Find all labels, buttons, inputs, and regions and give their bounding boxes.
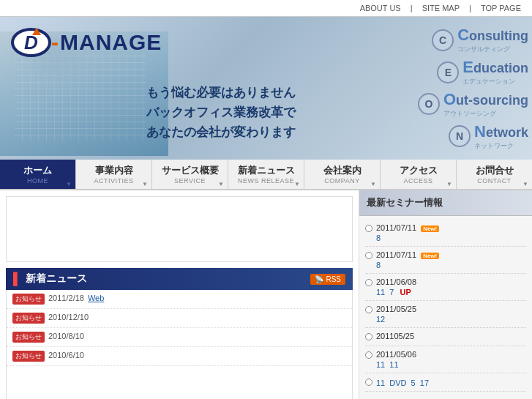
tagline-line1: もう悩む必要はありません: [146, 83, 296, 102]
logo-text: MANAGE: [60, 30, 162, 55]
seminar-date: 201105/25: [376, 332, 526, 340]
news-date: 2010/12/10: [48, 313, 89, 321]
news-badge: お知らせ: [12, 313, 45, 324]
education-sub: エデュケーション: [462, 77, 528, 86]
seminar-date: 2011/07/11 New!: [376, 250, 526, 259]
news-item: お知らせ 2010/6/10: [7, 347, 352, 366]
nav-access-jp: アクセス: [400, 164, 438, 177]
rss-badge[interactable]: 📡 RSS: [310, 274, 345, 285]
news-badge: お知らせ: [12, 351, 45, 362]
seminar-radio: [365, 252, 372, 259]
services-panel: C Consulting コンサルティング E Education エデュケーシ…: [371, 17, 532, 160]
seminar-links: 12: [376, 315, 526, 324]
nav-access-arrow: ▼: [446, 181, 452, 187]
seminar-link[interactable]: 11: [389, 360, 398, 369]
tagline-line2: バックオフィス業務改革で: [146, 102, 296, 122]
banner-box: [6, 196, 353, 262]
nav-home-arrow: ▼: [66, 181, 72, 187]
main-navigation: ホーム HOME ▼ 事業内容 ACTIVITIES ▼ サービス概要 SERV…: [0, 160, 532, 190]
nav-service-jp: サービス概要: [162, 164, 219, 177]
nav-contact[interactable]: お問合せ CONTACT ▼: [457, 160, 532, 189]
nav-activities[interactable]: 事業内容 ACTIVITIES ▼: [76, 160, 152, 189]
consulting-circle: C: [432, 29, 454, 51]
nav-service[interactable]: サービス概要 SERVICE ▼: [152, 160, 228, 189]
news-item: お知らせ 2011/2/18 Web: [7, 290, 352, 309]
seminar-info: 11 DVD 5 17: [376, 377, 526, 387]
seminar-header: 最新セミナー情報: [359, 190, 532, 216]
nav-company-arrow: ▼: [370, 181, 376, 187]
nav-company[interactable]: 会社案内 COMPANY ▼: [304, 160, 381, 189]
nav-activities-en: ACTIVITIES: [94, 177, 133, 184]
separator-1: |: [411, 4, 413, 12]
seminar-links: 8: [376, 261, 526, 269]
nav-contact-en: CONTACT: [477, 177, 511, 184]
top-page-link[interactable]: TOP PAGE: [481, 4, 521, 12]
nav-activities-arrow: ▼: [142, 181, 148, 187]
separator-2: |: [469, 4, 471, 12]
education-circle: E: [437, 61, 459, 83]
news-section: 新着ニュース 📡 RSS お知らせ 2011/2/18 Web お知らせ 201…: [6, 268, 353, 399]
seminar-title: 最新セミナー情報: [367, 197, 443, 208]
news-item: お知らせ 2010/12/10: [7, 309, 352, 328]
seminar-radio: [365, 306, 372, 313]
about-us-link[interactable]: ABOUT US: [360, 4, 401, 12]
nav-news-jp: 新着ニュース: [238, 164, 295, 177]
network-sub: ネットワーク: [474, 141, 528, 151]
news-item: お知らせ 2010/8/10: [7, 328, 352, 347]
seminar-link[interactable]: 8: [376, 261, 381, 269]
news-badge: お知らせ: [12, 332, 45, 343]
seminar-item: 2011/07/11 New! 8: [365, 247, 526, 274]
service-outsourcing: O Out-sourcing アウトソーシング: [375, 90, 528, 119]
seminar-radio: [365, 379, 372, 386]
right-column: 最新セミナー情報 2011/07/11 New! 8 2011/07/11 Ne…: [359, 190, 532, 399]
seminar-link[interactable]: DVD: [389, 379, 406, 387]
news-list[interactable]: お知らせ 2011/2/18 Web お知らせ 2010/12/10 お知らせ …: [6, 290, 353, 399]
seminar-info: 2011/07/11 New! 8: [376, 250, 526, 269]
seminar-item: 2011/05/25 12: [365, 301, 526, 328]
seminar-links: 11 7 UP: [376, 288, 526, 297]
service-education: E Education エデュケーション: [375, 58, 528, 86]
seminar-link[interactable]: 11: [376, 360, 385, 369]
content-area: 新着ニュース 📡 RSS お知らせ 2011/2/18 Web お知らせ 201…: [0, 190, 532, 399]
new-badge: New!: [421, 253, 439, 259]
seminar-info: 201105/25: [376, 332, 526, 342]
news-date: 2011/2/18: [48, 294, 84, 302]
logo-oval: D: [11, 28, 51, 57]
nav-home[interactable]: ホーム HOME ▼: [0, 160, 76, 189]
seminar-date: 2011/05/25: [376, 305, 526, 313]
service-consulting: C Consulting コンサルティング: [375, 26, 528, 54]
outsourcing-sub: アウトソーシング: [443, 109, 528, 119]
seminar-item: 2011/06/08 11 7 UP: [365, 274, 526, 301]
network-circle: N: [449, 125, 471, 147]
nav-news[interactable]: 新着ニュース NEWS RELEASE ▼: [228, 160, 304, 189]
seminar-links: 11 DVD 5 17: [376, 379, 526, 387]
seminar-item: 11 DVD 5 17: [365, 373, 526, 392]
nav-home-jp: ホーム: [23, 164, 52, 177]
news-date: 2010/6/10: [48, 351, 84, 359]
site-map-link[interactable]: SITE MAP: [422, 4, 460, 12]
seminar-link[interactable]: 17: [420, 379, 429, 387]
seminar-item: 2011/05/06 11 11: [365, 346, 526, 373]
news-badge: お知らせ: [12, 294, 45, 305]
seminar-link[interactable]: 5: [411, 379, 416, 387]
seminar-item: 201105/25: [365, 328, 526, 346]
seminar-item: 2011/07/11 New! 8: [365, 220, 526, 247]
rss-icon: 📡: [315, 275, 323, 283]
new-badge: New!: [421, 225, 439, 232]
seminar-date: 2011/05/06: [376, 350, 526, 359]
seminar-date: 2011/06/08: [376, 277, 526, 286]
outsourcing-circle: O: [418, 93, 440, 115]
nav-activities-jp: 事業内容: [95, 164, 133, 177]
news-link[interactable]: Web: [88, 294, 104, 302]
logo-triangle: [32, 28, 41, 35]
nav-access[interactable]: アクセス ACCESS ▼: [381, 160, 457, 189]
seminar-link[interactable]: 11: [376, 379, 385, 387]
seminar-link[interactable]: 11: [376, 288, 385, 297]
nav-access-en: ACCESS: [403, 177, 432, 184]
seminar-link[interactable]: 8: [376, 234, 381, 242]
nav-company-jp: 会社案内: [323, 164, 361, 177]
seminar-list: 2011/07/11 New! 8 2011/07/11 New! 8: [359, 216, 532, 399]
seminar-link[interactable]: 7: [389, 288, 394, 297]
seminar-info: 2011/05/06 11 11: [376, 350, 526, 369]
seminar-link[interactable]: 12: [376, 315, 385, 324]
